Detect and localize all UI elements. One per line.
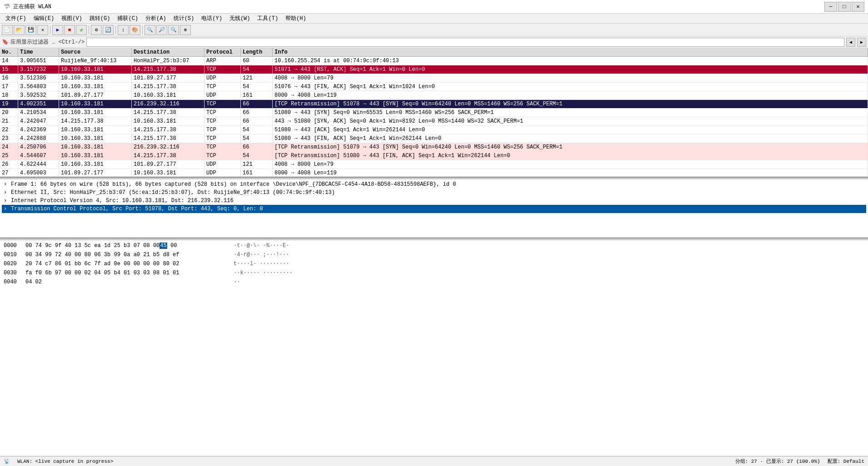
header-time: Time [18,48,59,56]
maximize-button[interactable]: □ [838,2,851,12]
table-row[interactable]: 194.00235110.160.33.181216.239.32.116TCP… [0,100,868,109]
zoom-reset-button[interactable]: ⊕ [180,25,191,35]
packet-rows-container: 143.005651RuijieNe_9f:40:13HonHaiPr_25:b… [0,57,868,178]
menu-tools[interactable]: 工具(T) [254,14,282,23]
table-row[interactable]: 244.25070610.160.33.181216.239.32.116TCP… [0,143,868,152]
zoom-out-button[interactable]: 🔍 [168,25,179,35]
filter-label: 应用显示过滤器 … <Ctrl-/> [10,38,85,46]
header-protocol: Protocol [205,48,241,56]
close-button[interactable]: ✕ [852,2,864,12]
packet-header: No. Time Source Destination Protocol Len… [0,48,868,57]
menu-help[interactable]: 帮助(H) [282,14,310,23]
wifi-icon: 📡 [4,458,10,464]
toolbar-sep-4 [142,26,143,34]
save-button[interactable]: 💾 [25,25,36,35]
table-row[interactable]: 254.54460710.160.33.18114.215.177.38TCP5… [0,152,868,160]
color-button[interactable]: 🎨 [130,25,140,35]
detail-row[interactable]: ›Frame 1: 66 bytes on wire (528 bits), 6… [2,180,866,188]
detail-row[interactable]: ›Internet Protocol Version 4, Src: 10.16… [2,197,866,205]
hex-row: 001000 34 99 72 40 00 80 06 3b 99 0a a0 … [2,250,866,259]
hex-row: 0030fa f0 6b 97 00 00 02 04 05 b4 01 03 … [2,268,866,278]
close-capture-button[interactable]: ✕ [37,25,48,35]
header-info: Info [273,48,868,56]
open-button[interactable]: 📂 [14,25,25,35]
menu-capture[interactable]: 捕获(C) [114,14,142,23]
detail-row[interactable]: ›Transmission Control Protocol, Src Port… [2,205,866,213]
stop-button[interactable]: ■ [64,25,75,35]
titlebar-title: 正在捕获 WLAN [13,3,51,10]
new-capture-button[interactable]: 📄 [2,25,13,35]
app-icon: 🦈 [4,3,10,10]
hex-panel[interactable]: 000000 74 9c 9f 40 13 5c ea 1d 25 b3 07 … [0,240,868,459]
menu-wireless[interactable]: 无线(W) [226,14,254,23]
minimize-button[interactable]: — [824,2,837,12]
titlebar-controls: — □ ✕ [824,2,864,12]
hex-row: 004004 02·· [2,278,866,287]
table-row[interactable]: 214.24204714.215.177.3810.160.33.181TCP6… [0,117,868,126]
table-row[interactable]: 153.15723210.160.33.18114.215.177.38TCP5… [0,65,868,74]
table-row[interactable]: 224.24236910.160.33.18114.215.177.38TCP5… [0,126,868,134]
titlebar: 🦈 正在捕获 WLAN — □ ✕ [0,0,868,14]
start-button[interactable]: ▶ [52,25,63,35]
statusbar: 📡 WLAN: <live capture in progress> 分组: 2… [0,456,868,466]
table-row[interactable]: 274.695003101.89.27.17710.160.33.181UDP1… [0,169,868,178]
table-row[interactable]: 204.21053410.160.33.18114.215.177.38TCP6… [0,109,868,117]
hex-row: 000000 74 9c 9f 40 13 5c ea 1d 25 b3 07 … [2,241,866,250]
packets-info: 分组: 27 · 已显示: 27 (100.0%) [735,458,820,465]
restart-button[interactable]: ↺ [76,25,87,35]
menubar: 文件(F) 编辑(E) 视图(V) 跳转(G) 捕获(C) 分析(A) 统计(S… [0,14,868,24]
detail-row[interactable]: ›Ethernet II, Src: HonHaiPr_25:b3:07 (5c… [2,188,866,197]
menu-stats[interactable]: 统计(S) [170,14,198,23]
toolbar-sep-2 [89,26,89,34]
expand-arrow-icon[interactable]: › [4,181,9,188]
table-row[interactable]: 163.51238610.160.33.181101.89.27.177UDP1… [0,74,868,83]
zoom-in-button[interactable]: 🔎 [156,25,167,35]
header-destination: Destination [132,48,205,56]
table-row[interactable]: 183.592532101.89.27.17710.160.33.181UDP1… [0,91,868,100]
header-source: Source [59,48,132,56]
filter-prev-button[interactable]: ◀ [846,38,855,47]
capture-status: WLAN: <live capture in progress> [17,459,113,464]
menu-jump[interactable]: 跳转(G) [86,14,114,23]
menu-file[interactable]: 文件(F) [2,14,30,23]
titlebar-left: 🦈 正在捕获 WLAN [4,3,51,10]
expand-arrow-icon[interactable]: › [4,206,9,212]
expand-arrow-icon[interactable]: › [4,198,9,204]
filter-icon: 🔖 [2,39,9,45]
menu-edit[interactable]: 编辑(E) [30,14,58,23]
detail-panel[interactable]: ›Frame 1: 66 bytes on wire (528 bits), 6… [0,179,868,238]
table-row[interactable]: 143.005651RuijieNe_9f:40:13HonHaiPr_25:b… [0,57,868,65]
refresh-button[interactable]: 🔄 [103,25,114,35]
toolbar-sep-1 [50,26,50,34]
menu-view[interactable]: 视图(V) [58,14,86,23]
scroll-button[interactable]: ↕ [118,25,129,35]
packet-list[interactable]: No. Time Source Destination Protocol Len… [0,48,868,178]
expand-arrow-icon[interactable]: › [4,189,9,196]
filter-next-button[interactable]: ▶ [857,38,866,47]
find-button[interactable]: 🔍 [145,25,155,35]
main-content: No. Time Source Destination Protocol Len… [0,48,868,459]
menu-phone[interactable]: 电话(Y) [198,14,226,23]
table-row[interactable]: 173.56480310.160.33.18114.215.177.38TCP5… [0,83,868,91]
profile: 配置: Default [828,458,864,465]
menu-analyze[interactable]: 分析(A) [142,14,170,23]
hex-row: 002020 74 c7 86 01 bb 6c 7f ad 0e 00 00 … [2,259,866,268]
toolbar: 📄 📂 💾 ✕ ▶ ■ ↺ ⚙ 🔄 ↕ 🎨 🔍 🔎 🔍 ⊕ [0,24,868,36]
header-length: Length [241,48,273,56]
filterbar: 🔖 应用显示过滤器 … <Ctrl-/> ◀ ▶ [0,36,868,48]
filter-input[interactable] [86,38,844,47]
capture-options-button[interactable]: ⚙ [91,25,102,35]
table-row[interactable]: 234.24288810.160.33.18114.215.177.38TCP5… [0,134,868,143]
table-row[interactable]: 264.62244410.160.33.181101.89.27.177UDP1… [0,160,868,169]
toolbar-sep-3 [115,26,116,34]
header-no: No. [0,48,18,56]
